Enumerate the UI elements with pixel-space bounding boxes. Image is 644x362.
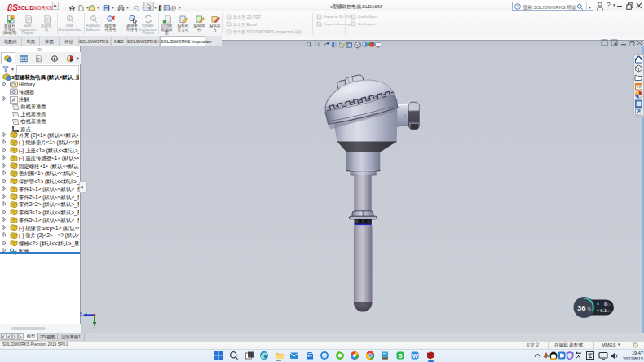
svg-text:W: W [412,352,419,360]
svg-text:0.1: 0.1 [600,308,607,313]
svg-text:36: 36 [577,303,586,312]
svg-text:S: S [398,352,402,360]
svg-text:K/s: K/s [607,303,611,307]
svg-text:K/s: K/s [607,310,611,313]
svg-text:%: % [588,307,592,311]
